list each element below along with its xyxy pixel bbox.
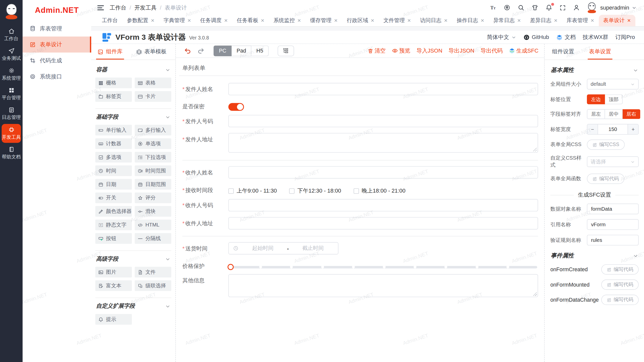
other-info-textarea[interactable]: [228, 274, 538, 297]
sender-number-input[interactable]: [228, 115, 538, 127]
close-icon[interactable]: ✕: [371, 18, 374, 23]
section-basic-props[interactable]: 基本属性: [551, 66, 638, 74]
edit-code-button[interactable]: 编写代码: [587, 174, 624, 184]
widget-table[interactable]: 表格: [135, 78, 171, 88]
subscribe-pro-link[interactable]: 订阅Pro: [615, 33, 635, 41]
chevron-down-icon[interactable]: [165, 114, 170, 120]
tab-form-template[interactable]: 表单模板: [135, 48, 168, 60]
sidebar-item-form-design[interactable]: 表单设计: [23, 36, 91, 53]
widget-tab-pane[interactable]: 标签页: [95, 91, 132, 102]
edit-code-button[interactable]: 编写代码: [601, 280, 639, 290]
import-json-button[interactable]: 导入JSON: [416, 47, 442, 54]
edit-css-button[interactable]: 编写CSS: [587, 140, 625, 150]
tab-task-schedule[interactable]: 任务调度✕: [196, 15, 232, 26]
widget-select[interactable]: 下拉选项: [135, 152, 171, 162]
edit-code-button[interactable]: 编写代码: [601, 295, 639, 305]
tab-component-library[interactable]: 组件库: [96, 48, 124, 60]
widget-slider[interactable]: 滑块: [135, 206, 171, 217]
decrease-button[interactable]: −: [587, 124, 598, 134]
widget-alert[interactable]: 提示: [95, 314, 132, 325]
global-size-select[interactable]: default: [587, 79, 639, 89]
preview-button[interactable]: 预览: [392, 47, 410, 54]
tab-file-manage[interactable]: 文件管理✕: [379, 15, 416, 26]
widget-image[interactable]: 图片: [95, 267, 132, 277]
user-menu[interactable]: superadmin: [587, 2, 637, 13]
tab-system-monitor[interactable]: 系统监控✕: [269, 15, 306, 26]
label-width-value[interactable]: 150: [598, 124, 628, 134]
tab-task-board[interactable]: 任务看板✕: [232, 15, 269, 26]
widget-divider[interactable]: 分隔线: [135, 233, 171, 244]
resize-grip-icon[interactable]: [533, 292, 537, 296]
widget-switch[interactable]: 开关: [95, 193, 132, 203]
edit-code-button[interactable]: 编写代码: [601, 264, 639, 275]
export-code-button[interactable]: 导出代码: [480, 47, 503, 54]
field-other-info[interactable]: 其他信息: [182, 274, 538, 297]
widget-static-text[interactable]: 静态文字: [95, 219, 132, 230]
search-icon[interactable]: [518, 4, 525, 11]
device-pad-button[interactable]: Pad: [232, 45, 252, 56]
slider-handle[interactable]: [227, 264, 233, 270]
device-pc-button[interactable]: PC: [214, 45, 232, 56]
wx-group-link[interactable]: 技术WX群: [583, 33, 608, 41]
resize-grip-icon[interactable]: [533, 148, 537, 152]
tab-diff-log[interactable]: 差异日志✕: [526, 15, 562, 26]
close-icon[interactable]: ✕: [224, 18, 228, 23]
tab-form-settings[interactable]: 表单设置: [588, 48, 612, 60]
widget-html[interactable]: HTML: [135, 219, 171, 230]
fullscreen-icon[interactable]: [559, 4, 566, 11]
docs-link[interactable]: 文档: [556, 33, 576, 41]
field-sender-number[interactable]: *发件人号码: [182, 115, 538, 127]
sender-address-textarea[interactable]: [228, 133, 538, 153]
widget-cascader[interactable]: 级联选择: [135, 280, 171, 291]
field-sender-address[interactable]: *发件人地址: [182, 133, 538, 153]
tab-param-config[interactable]: 参数配置✕: [123, 15, 159, 26]
field-receiver-number[interactable]: *收件人号码: [182, 199, 538, 211]
language-select[interactable]: 简体中文: [487, 33, 516, 41]
label-position-left[interactable]: 左边: [587, 95, 605, 104]
widget-rich-text[interactable]: 富文本: [95, 280, 132, 291]
rail-item-dev-tools[interactable]: 开发工具: [2, 124, 21, 143]
label-position-top[interactable]: 顶部: [605, 95, 623, 104]
close-icon[interactable]: ✕: [187, 18, 191, 23]
label-align-left[interactable]: 居左: [587, 109, 605, 119]
tab-access-log[interactable]: 访问日志✕: [416, 15, 452, 26]
rail-item-system-manage[interactable]: 系统管理: [2, 65, 21, 84]
close-icon[interactable]: ✕: [334, 18, 338, 23]
clear-button[interactable]: 清空: [368, 47, 386, 54]
close-icon[interactable]: ✕: [261, 18, 264, 23]
tab-widget-settings[interactable]: 组件设置: [551, 48, 575, 60]
close-icon[interactable]: ✕: [151, 18, 154, 23]
widget-date[interactable]: 日期: [95, 179, 132, 190]
chevron-down-icon[interactable]: [165, 256, 170, 262]
section-event-props[interactable]: 事件属性: [551, 252, 638, 259]
widget-time-range[interactable]: 时间范围: [135, 165, 171, 176]
rail-item-help-docs[interactable]: 帮助文档: [2, 144, 21, 162]
increase-button[interactable]: +: [628, 124, 638, 134]
widget-button[interactable]: 按钮: [95, 233, 132, 244]
field-is-confidential[interactable]: 是否保密: [182, 101, 538, 111]
locale-icon[interactable]: [504, 4, 511, 11]
tab-dict-manage[interactable]: 字典管理✕: [159, 15, 196, 26]
field-receiver-address[interactable]: *收件人地址: [182, 217, 538, 230]
close-icon[interactable]: ✕: [297, 18, 301, 23]
sidebar-item-db-table[interactable]: 库表管理: [23, 21, 91, 37]
tab-workbench[interactable]: 工作台: [97, 15, 123, 26]
close-icon[interactable]: ✕: [554, 18, 557, 23]
widget-rate[interactable]: 评分: [135, 193, 171, 203]
widget-multiline-input[interactable]: 多行输入: [135, 125, 171, 135]
widget-checkbox[interactable]: 多选项: [95, 152, 132, 162]
field-receiver-name[interactable]: *收件人姓名: [182, 166, 538, 178]
data-object-name-input[interactable]: formData: [587, 204, 639, 214]
rules-name-input[interactable]: rules: [587, 235, 639, 245]
widget-color-picker[interactable]: 颜色选择器: [95, 206, 132, 217]
device-h5-button[interactable]: H5: [252, 45, 269, 56]
close-icon[interactable]: ✕: [407, 18, 411, 23]
widget-date-range[interactable]: 日期范围: [135, 179, 171, 190]
sidebar-item-code-gen[interactable]: 代码生成: [23, 53, 91, 69]
rail-item-log-manage[interactable]: 日志管理: [2, 104, 21, 123]
widget-radio[interactable]: 单选项: [135, 138, 171, 149]
close-icon[interactable]: ✕: [480, 18, 484, 23]
form-canvas-body[interactable]: 单列表单 *发件人姓名 是否保密 *发件人号码: [176, 58, 544, 362]
tab-admin-region[interactable]: 行政区域✕: [342, 15, 379, 26]
custom-css-select[interactable]: 请选择: [587, 156, 639, 167]
